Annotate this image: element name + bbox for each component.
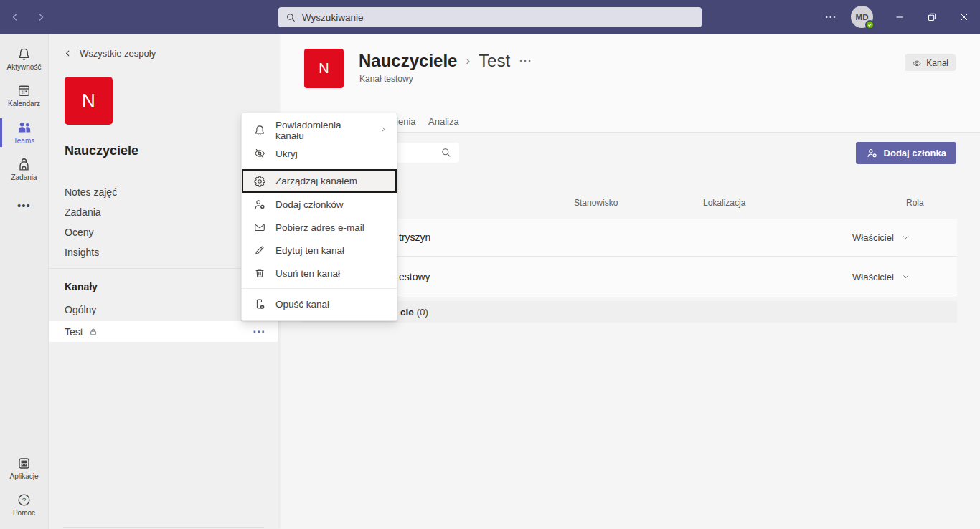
person-add-icon <box>866 147 878 159</box>
help-icon: ? <box>17 492 32 507</box>
window-controls: ⋯ MD <box>816 0 980 34</box>
table-row[interactable]: estowy Właściciel <box>301 257 957 297</box>
menu-item-add-members[interactable]: Dodaj członków <box>242 193 397 216</box>
member-name: estowy <box>399 271 430 282</box>
menu-item-manage-channel[interactable]: Zarządzaj kanałem <box>242 169 397 193</box>
bell-icon <box>253 124 266 137</box>
rail-item-calendar[interactable]: Kalendarz <box>0 79 49 113</box>
channel-item-test[interactable]: Test ⋯ <box>49 321 278 342</box>
menu-item-channel-notifications[interactable]: Powiadomienia kanału <box>242 119 397 142</box>
menu-item-label: Dodaj członków <box>275 199 388 210</box>
role-dropdown[interactable]: Właściciel <box>852 272 910 282</box>
leave-channel-icon <box>253 297 266 310</box>
breadcrumb-more-button[interactable]: ⋯ <box>519 53 532 69</box>
table-row[interactable]: tryszyn Właściciel <box>301 219 957 257</box>
teams-app-window: Wyszukiwanie ⋯ MD Aktywność <box>0 0 980 529</box>
forward-button[interactable] <box>33 9 49 25</box>
minimize-icon <box>893 11 906 24</box>
channel-context-menu: Powiadomienia kanału Ukryj Zarządzaj kan… <box>241 113 397 321</box>
bell-icon <box>17 47 32 62</box>
rail-more-apps-button[interactable]: ••• <box>17 199 31 211</box>
guests-label-fragment: cie <box>400 307 414 318</box>
pencil-icon <box>253 244 266 257</box>
apps-grid-icon <box>17 456 32 471</box>
back-to-all-teams[interactable]: Wszystkie zespoły <box>63 48 156 59</box>
app-rail: Aktywność Kalendarz Teams Zadania ••• Ap… <box>0 34 49 529</box>
add-member-button[interactable]: Dodaj członka <box>856 142 956 164</box>
channels-header: Kanały <box>65 281 98 292</box>
rail-item-apps[interactable]: Aplikacje <box>0 452 49 485</box>
menu-item-label: Edytuj ten kanał <box>275 245 388 256</box>
role-dropdown[interactable]: Właściciel <box>852 232 910 243</box>
menu-item-delete-channel[interactable]: Usuń ten kanał <box>242 262 397 285</box>
chevron-left-icon <box>63 49 72 58</box>
breadcrumb-team[interactable]: Nauczyciele <box>359 51 457 71</box>
gear-icon <box>253 175 266 188</box>
search-icon <box>440 147 452 158</box>
rail-label: Zadania <box>11 173 37 181</box>
guests-section-header[interactable]: cie (0) <box>301 301 957 323</box>
search-icon <box>286 12 296 23</box>
rail-label: Kalendarz <box>8 100 40 108</box>
eye-icon <box>912 58 922 68</box>
lock-icon <box>89 328 98 336</box>
menu-item-edit-channel[interactable]: Edytuj ten kanał <box>242 239 397 262</box>
chevron-left-icon <box>9 11 21 23</box>
back-button[interactable] <box>7 9 23 25</box>
rail-label: Pomoc <box>13 509 35 517</box>
rail-label: Aplikacje <box>9 472 38 480</box>
calendar-icon <box>17 83 32 98</box>
team-avatar[interactable]: N <box>65 77 113 125</box>
column-header-location: Lokalizacja <box>703 198 745 208</box>
chevron-right-icon <box>35 11 47 23</box>
channel-type-label: Kanał <box>926 58 948 68</box>
breadcrumb-channel[interactable]: Test <box>479 51 510 71</box>
divider <box>63 527 264 528</box>
svg-text:?: ? <box>22 496 27 504</box>
person-add-icon <box>253 198 266 211</box>
channel-type-button[interactable]: Kanał <box>905 54 956 71</box>
breadcrumb-separator: › <box>466 54 470 68</box>
top-bar: Wyszukiwanie ⋯ MD <box>0 0 980 34</box>
submenu-chevron-icon <box>379 125 388 136</box>
close-button[interactable] <box>948 0 980 34</box>
search-placeholder: Wyszukiwanie <box>302 12 363 23</box>
restore-icon <box>925 11 938 24</box>
role-value: Właściciel <box>852 272 894 282</box>
team-name: Nauczyciele <box>65 143 138 158</box>
menu-item-label: Opuść kanał <box>275 299 388 310</box>
search-input[interactable]: Wyszukiwanie <box>278 7 702 27</box>
back-label: Wszystkie zespoły <box>80 48 156 59</box>
mail-icon <box>253 221 266 234</box>
menu-divider <box>242 288 397 289</box>
breadcrumb: Nauczyciele › Test ⋯ <box>359 51 532 71</box>
minimize-button[interactable] <box>883 0 915 34</box>
tab-analytics[interactable]: Analiza <box>428 116 459 127</box>
rail-item-assignments[interactable]: Zadania <box>0 153 49 186</box>
more-options-button[interactable]: ⋯ <box>816 10 845 24</box>
rail-item-help[interactable]: ? Pomoc <box>0 488 49 522</box>
menu-item-get-email-address[interactable]: Pobierz adres e-mail <box>242 216 397 239</box>
column-header-role: Rola <box>906 198 924 208</box>
channel-more-options-button[interactable]: ⋯ <box>253 328 265 335</box>
channel-description: Kanał testowy <box>359 74 413 84</box>
add-member-label: Dodaj członka <box>884 148 946 158</box>
rail-label: Aktywność <box>7 63 42 71</box>
rail-item-teams[interactable]: Teams <box>0 115 49 150</box>
profile-button[interactable]: MD <box>851 6 873 28</box>
eye-off-icon <box>253 147 266 160</box>
channel-team-avatar: N <box>304 49 344 88</box>
history-nav <box>7 0 49 34</box>
rail-label: Teams <box>14 137 34 145</box>
teams-icon <box>17 120 32 135</box>
channel-name: Test <box>65 326 83 338</box>
close-icon <box>958 11 970 23</box>
menu-item-leave-channel[interactable]: Opuść kanał <box>242 292 397 315</box>
member-name: tryszyn <box>399 232 430 243</box>
role-value: Właściciel <box>852 232 894 243</box>
restore-button[interactable] <box>915 0 948 34</box>
menu-item-label: Powiadomienia kanału <box>275 120 369 141</box>
menu-item-label: Zarządzaj kanałem <box>275 176 388 186</box>
rail-item-activity[interactable]: Aktywność <box>0 42 49 76</box>
menu-item-hide[interactable]: Ukryj <box>242 142 397 165</box>
